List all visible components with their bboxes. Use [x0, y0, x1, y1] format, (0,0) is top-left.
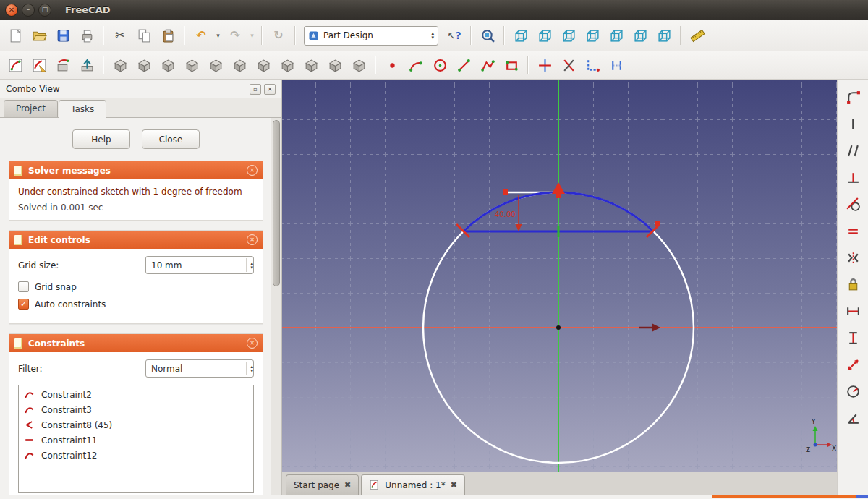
- undo-button[interactable]: ↶: [190, 25, 212, 46]
- perpendicular-constraint-button[interactable]: [843, 169, 862, 186]
- auto-constraints-checkbox[interactable]: ✓: [18, 299, 29, 310]
- edit-controls-header[interactable]: Edit controls ✕: [9, 231, 263, 249]
- new-document-button[interactable]: [4, 25, 26, 46]
- tab-project[interactable]: Project: [4, 100, 58, 117]
- window-minimize-button[interactable]: –: [22, 4, 35, 17]
- vertical-constraint-button[interactable]: [843, 115, 862, 132]
- open-document-button[interactable]: [28, 25, 50, 46]
- grid-snap-checkbox[interactable]: [18, 281, 29, 292]
- grid-size-spinbox[interactable]: 10 mm ▴▾: [145, 256, 254, 274]
- cut-button[interactable]: ✂: [109, 25, 131, 46]
- scrollbar-thumb[interactable]: [273, 120, 280, 286]
- construction-axes-button[interactable]: [534, 54, 556, 76]
- create-arc-button[interactable]: [405, 54, 427, 76]
- filter-combobox[interactable]: Normal ▴▾: [145, 359, 254, 378]
- revolution-button[interactable]: [157, 54, 179, 76]
- constraint-list-item[interactable]: Constraint3: [19, 402, 253, 417]
- multitransform-button[interactable]: [348, 54, 370, 76]
- edit-sketch-button[interactable]: [28, 54, 50, 76]
- rear-view-button[interactable]: [605, 25, 627, 46]
- solver-messages-header[interactable]: Solver messages ✕: [9, 161, 263, 179]
- constraint-list-item[interactable]: Constraint8 (45): [19, 417, 253, 432]
- spin-arrows-icon[interactable]: ▴▾: [246, 258, 253, 272]
- redo-button[interactable]: ↷: [224, 25, 246, 46]
- workbench-selector[interactable]: Part Design ▴▾: [304, 26, 438, 46]
- angle-constraint-button[interactable]: [843, 409, 862, 427]
- collapse-section-icon[interactable]: ✕: [247, 234, 258, 245]
- close-button[interactable]: Close: [142, 129, 200, 149]
- create-circle-button[interactable]: [429, 54, 451, 76]
- tab-close-icon[interactable]: ✖: [344, 480, 351, 490]
- redo-dropdown-button[interactable]: ▾: [248, 25, 256, 46]
- mirrored-button[interactable]: [300, 54, 322, 76]
- left-view-button[interactable]: [653, 25, 675, 46]
- collapse-section-icon[interactable]: ✕: [247, 338, 258, 349]
- leave-sketch-button[interactable]: [76, 54, 98, 76]
- equal-constraint-button[interactable]: [843, 222, 862, 239]
- polar-pattern-button[interactable]: [324, 54, 346, 76]
- constraints-header[interactable]: Constraints ✕: [9, 334, 263, 352]
- pocket-button[interactable]: [133, 54, 155, 76]
- tab-close-icon[interactable]: ✖: [451, 480, 457, 490]
- titlebar[interactable]: ✕ – □ FreeCAD: [0, 0, 868, 20]
- help-button[interactable]: Help: [72, 129, 130, 149]
- vertical-distance-button[interactable]: [843, 329, 862, 346]
- distance-button[interactable]: [843, 356, 862, 373]
- whats-this-button[interactable]: ↖?: [443, 25, 465, 46]
- solver-message[interactable]: Under-constrained sketch with 1 degree o…: [18, 187, 254, 197]
- top-view-button[interactable]: [558, 25, 579, 46]
- right-view-button[interactable]: [582, 25, 603, 46]
- window-close-button[interactable]: ✕: [5, 4, 18, 17]
- lock-constraint-button[interactable]: [843, 276, 862, 293]
- draft-button[interactable]: [252, 54, 274, 76]
- pad-button[interactable]: [109, 54, 131, 76]
- groove-button[interactable]: [181, 54, 203, 76]
- panel-close-button[interactable]: ✕: [264, 84, 276, 95]
- create-rectangle-button[interactable]: [501, 54, 522, 76]
- tasks-scrollbar[interactable]: [271, 118, 281, 495]
- constraint-list-item[interactable]: Constraint2: [19, 387, 253, 402]
- chamfer-button[interactable]: [229, 54, 250, 76]
- fit-all-button[interactable]: [477, 25, 498, 46]
- front-view-button[interactable]: [534, 25, 556, 46]
- external-geometry-button[interactable]: [582, 54, 603, 76]
- paste-button[interactable]: [157, 25, 179, 46]
- dimension-label[interactable]: 40.00: [495, 210, 516, 218]
- toggle-construction-button[interactable]: [605, 54, 627, 76]
- copy-button[interactable]: [133, 25, 155, 46]
- create-sketch-button[interactable]: [4, 54, 26, 76]
- create-point-button[interactable]: [381, 54, 403, 76]
- tab-unnamed-document[interactable]: Unnamed : 1* ✖: [361, 474, 465, 495]
- constraint-list[interactable]: Constraint2 Constraint3 Constraint8 (45): [18, 385, 254, 493]
- constraint-list-item[interactable]: Constraint11: [19, 432, 253, 448]
- origin-point[interactable]: [556, 325, 561, 330]
- radius-constraint-button[interactable]: [843, 383, 862, 400]
- symmetric-constraint-button[interactable]: [843, 249, 862, 266]
- grid-snap-row[interactable]: Grid snap: [18, 281, 254, 292]
- trim-edge-button[interactable]: [558, 54, 579, 76]
- sketch-canvas[interactable]: 40.00 Y X Z: [282, 80, 837, 472]
- 3d-viewport[interactable]: 40.00 Y X Z: [282, 80, 837, 472]
- auto-constraints-row[interactable]: ✓ Auto constraints: [18, 299, 254, 310]
- undo-dropdown-button[interactable]: ▾: [214, 25, 222, 46]
- save-document-button[interactable]: [52, 25, 74, 46]
- fillet-button[interactable]: [205, 54, 226, 76]
- constraint-list-item[interactable]: Constraint12: [19, 448, 253, 463]
- horizontal-distance-button[interactable]: [843, 302, 862, 320]
- linear-pattern-button[interactable]: [276, 54, 298, 76]
- refresh-button[interactable]: ↻: [268, 25, 289, 46]
- print-document-button[interactable]: [76, 25, 98, 46]
- window-maximize-button[interactable]: □: [38, 4, 51, 17]
- map-sketch-button[interactable]: [52, 54, 74, 76]
- create-polyline-button[interactable]: [477, 54, 498, 76]
- bottom-view-button[interactable]: [629, 25, 651, 46]
- create-fillet-button[interactable]: [843, 88, 862, 106]
- create-line-button[interactable]: [453, 54, 475, 76]
- tab-start-page[interactable]: Start page ✖: [286, 474, 359, 495]
- collapse-section-icon[interactable]: ✕: [247, 165, 258, 176]
- parallel-constraint-button[interactable]: [843, 142, 862, 159]
- tab-tasks[interactable]: Tasks: [59, 100, 106, 118]
- axonometric-view-button[interactable]: [510, 25, 532, 46]
- panel-float-button[interactable]: ▫: [250, 84, 261, 95]
- measure-distance-button[interactable]: [686, 25, 708, 46]
